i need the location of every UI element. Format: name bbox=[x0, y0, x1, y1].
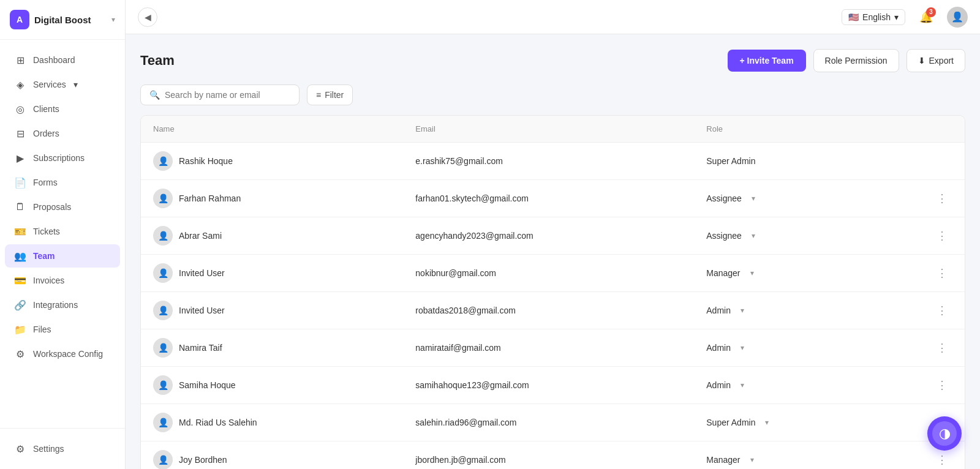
sidebar-item-proposals[interactable]: 🗒 Proposals bbox=[5, 195, 120, 219]
invoices-icon: 💳 bbox=[15, 275, 26, 286]
sidebar-item-label: Orders bbox=[33, 129, 59, 138]
sidebar-item-label: Invoices bbox=[33, 276, 64, 285]
collapse-button[interactable]: ◀ bbox=[138, 7, 157, 27]
sidebar-item-workspace-config[interactable]: ⚙ Workspace Config bbox=[5, 342, 120, 366]
sidebar-item-services[interactable]: ◈ Services ▾ bbox=[5, 73, 120, 96]
user-name: Rashik Hoque bbox=[179, 156, 233, 166]
sidebar-item-dashboard[interactable]: ⊞ Dashboard bbox=[5, 48, 120, 72]
name-cell: 👤 Abrar Sami bbox=[141, 217, 403, 255]
sidebar-item-label: Services bbox=[33, 80, 66, 89]
notification-button[interactable]: 🔔 3 bbox=[915, 6, 937, 28]
sidebar-item-label: Subscriptions bbox=[33, 153, 85, 163]
name-cell: 👤 Rashik Hoque bbox=[141, 143, 403, 180]
action-cell: ⋮ bbox=[872, 180, 965, 217]
chevron-down-icon[interactable]: ▾ bbox=[750, 269, 754, 277]
page-header: Team + Invite Team Role Permission ⬇ Exp… bbox=[140, 49, 965, 72]
main-area: ◀ 🇺🇸 English ▾ 🔔 3 👤 Team + Invite Team … bbox=[126, 0, 980, 469]
user-name: Namira Taif bbox=[179, 343, 222, 353]
action-cell bbox=[872, 143, 965, 180]
user-avatar[interactable]: 👤 bbox=[947, 7, 968, 28]
more-options-button[interactable]: ⋮ bbox=[932, 227, 952, 245]
language-selector[interactable]: 🇺🇸 English ▾ bbox=[842, 9, 905, 25]
gear-icon: ⚙ bbox=[15, 443, 26, 454]
email-cell: nokibnur@gmail.com bbox=[403, 255, 694, 292]
sidebar-item-label: Workspace Config bbox=[33, 349, 103, 359]
role-label: Manager bbox=[706, 268, 740, 278]
chevron-down-icon: ▾ bbox=[111, 15, 115, 24]
col-role: Role bbox=[694, 116, 872, 143]
more-options-button[interactable]: ⋮ bbox=[932, 264, 952, 282]
download-icon: ⬇ bbox=[918, 56, 925, 66]
avatar: 👤 bbox=[153, 263, 173, 283]
sidebar-item-label: Files bbox=[33, 325, 51, 334]
export-button[interactable]: ⬇ Export bbox=[907, 49, 965, 72]
table-header-row: Name Email Role bbox=[141, 116, 965, 143]
email-cell: agencyhandy2023@gmail.com bbox=[403, 217, 694, 255]
sidebar: A Digital Boost ▾ ⊞ Dashboard ◈ Services… bbox=[0, 0, 126, 469]
more-options-button[interactable]: ⋮ bbox=[932, 301, 952, 320]
sidebar-item-tickets[interactable]: 🎫 Tickets bbox=[5, 220, 120, 243]
role-cell: Admin ▾ bbox=[694, 329, 872, 367]
table-row: 👤 Rashik Hoque e.rashik75@gmail.com Supe… bbox=[141, 143, 965, 180]
chevron-down-icon[interactable]: ▾ bbox=[752, 231, 755, 240]
role-cell: Admin ▾ bbox=[694, 292, 872, 329]
search-input[interactable] bbox=[165, 90, 290, 100]
name-cell: 👤 Farhan Rahman bbox=[141, 180, 403, 217]
sidebar-item-forms[interactable]: 📄 Forms bbox=[5, 171, 120, 194]
more-options-button[interactable]: ⋮ bbox=[932, 376, 952, 394]
role-label: Super Admin bbox=[706, 418, 755, 427]
role-cell: Super Admin ▾ bbox=[694, 404, 872, 441]
logo-icon: A bbox=[10, 10, 29, 29]
sidebar-item-subscriptions[interactable]: ▶ Subscriptions bbox=[5, 146, 120, 170]
name-cell: 👤 Invited User bbox=[141, 255, 403, 292]
chevron-down-icon[interactable]: ▾ bbox=[765, 418, 769, 427]
invite-team-button[interactable]: + Invite Team bbox=[728, 50, 806, 72]
role-cell: Manager ▾ bbox=[694, 441, 872, 470]
orders-icon: ⊟ bbox=[15, 128, 26, 139]
notification-badge: 3 bbox=[926, 7, 936, 17]
sidebar-item-team[interactable]: 👥 Team bbox=[5, 244, 120, 268]
language-label: English bbox=[862, 12, 891, 22]
avatar: 👤 bbox=[153, 375, 173, 395]
avatar: 👤 bbox=[153, 226, 173, 246]
table-row: 👤 Invited User robatdas2018@gmail.com Ad… bbox=[141, 292, 965, 329]
sidebar-item-settings[interactable]: ⚙ Settings bbox=[5, 437, 120, 460]
role-cell: Assignee ▾ bbox=[694, 217, 872, 255]
table-row: 👤 Samiha Hoque samihahoque123@gmail.com … bbox=[141, 367, 965, 404]
avatar: 👤 bbox=[153, 338, 173, 358]
more-options-button[interactable]: ⋮ bbox=[932, 451, 952, 469]
user-name: Md. Riad Us Salehin bbox=[179, 418, 257, 427]
proposals-icon: 🗒 bbox=[15, 201, 26, 212]
sidebar-item-invoices[interactable]: 💳 Invoices bbox=[5, 269, 120, 292]
more-options-button[interactable]: ⋮ bbox=[932, 339, 952, 357]
role-label: Admin bbox=[706, 343, 731, 353]
sidebar-item-orders[interactable]: ⊟ Orders bbox=[5, 122, 120, 145]
action-cell: ⋮ bbox=[872, 329, 965, 367]
user-name: Joy Bordhen bbox=[179, 455, 227, 465]
role-label: Assignee bbox=[706, 231, 742, 241]
sidebar-logo[interactable]: A Digital Boost ▾ bbox=[0, 0, 125, 40]
sidebar-item-clients[interactable]: ◎ Clients bbox=[5, 97, 120, 121]
role-cell: Manager ▾ bbox=[694, 255, 872, 292]
flag-icon: 🇺🇸 bbox=[848, 12, 859, 22]
page-content: Team + Invite Team Role Permission ⬇ Exp… bbox=[126, 34, 980, 469]
avatar: 👤 bbox=[153, 413, 173, 432]
role-cell: Super Admin bbox=[694, 143, 872, 180]
fab-button[interactable]: ◑ bbox=[927, 416, 962, 451]
table-row: 👤 Md. Riad Us Salehin salehin.riad96@gma… bbox=[141, 404, 965, 441]
clients-icon: ◎ bbox=[15, 103, 26, 114]
chevron-down-icon[interactable]: ▾ bbox=[741, 306, 744, 315]
chevron-down-icon[interactable]: ▾ bbox=[750, 456, 754, 464]
fab-icon: ◑ bbox=[932, 421, 957, 446]
chevron-down-icon[interactable]: ▾ bbox=[741, 343, 744, 352]
role-label: Super Admin bbox=[706, 156, 755, 166]
sidebar-item-integrations[interactable]: 🔗 Integrations bbox=[5, 293, 120, 317]
role-permission-button[interactable]: Role Permission bbox=[813, 49, 899, 72]
chevron-down-icon[interactable]: ▾ bbox=[741, 381, 744, 389]
filter-button[interactable]: ≡ Filter bbox=[307, 84, 353, 105]
sidebar-item-files[interactable]: 📁 Files bbox=[5, 318, 120, 341]
role-label: Manager bbox=[706, 455, 740, 465]
email-cell: jbordhen.jb@gmail.com bbox=[403, 441, 694, 470]
chevron-down-icon[interactable]: ▾ bbox=[752, 194, 755, 203]
more-options-button[interactable]: ⋮ bbox=[932, 189, 952, 208]
